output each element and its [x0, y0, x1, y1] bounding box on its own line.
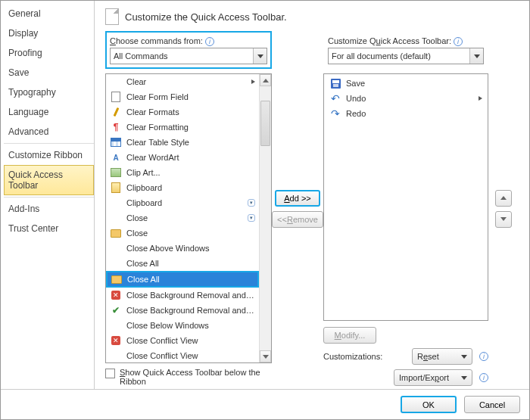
- choose-commands-dropdown[interactable]: All Commands: [110, 48, 267, 64]
- command-item[interactable]: Close Below Windows: [106, 318, 259, 333]
- choose-commands-group: Choose commands from: All Commands: [105, 31, 272, 69]
- command-item[interactable]: AClear WordArt: [106, 150, 259, 165]
- command-item[interactable]: ✕Close Conflict View: [106, 333, 259, 348]
- info-icon: [454, 37, 463, 46]
- customizations-label: Customizations:: [323, 352, 407, 361]
- command-item[interactable]: Clipboard▾: [106, 195, 259, 210]
- brush-icon: [110, 106, 122, 118]
- blank-icon: [110, 197, 122, 209]
- command-label: Close: [126, 229, 255, 238]
- blank-icon: [110, 257, 122, 269]
- command-item[interactable]: Clipboard: [106, 180, 259, 195]
- command-label: Clipboard: [126, 198, 243, 207]
- blank-icon: [110, 350, 122, 362]
- chevron-down-icon[interactable]: [469, 48, 483, 64]
- command-item[interactable]: Clear Formats: [106, 104, 259, 120]
- info-icon: [205, 37, 214, 46]
- document-icon: [110, 91, 122, 103]
- sidebar-item-language[interactable]: Language: [4, 102, 94, 122]
- category-sidebar: GeneralDisplayProofingSaveTypographyLang…: [1, 1, 95, 389]
- close-x-icon: ✕: [110, 334, 122, 347]
- chevron-down-icon[interactable]: [253, 48, 267, 64]
- page-title-icon: [105, 8, 119, 25]
- page-title: Customize the Quick Access Toolbar.: [125, 11, 287, 23]
- folder-icon: [110, 227, 122, 239]
- qat-item[interactable]: ↶Undo: [326, 91, 486, 106]
- separator: [4, 197, 94, 198]
- sidebar-item-typography[interactable]: Typography: [4, 82, 94, 102]
- command-label: Clear Form Field: [126, 92, 255, 101]
- sidebar-item-display[interactable]: Display: [4, 23, 94, 43]
- blank-icon: [110, 212, 122, 224]
- qat-item[interactable]: Save: [326, 76, 486, 91]
- ok-button[interactable]: OK: [401, 396, 457, 413]
- folder-icon: [111, 273, 123, 285]
- remove-button[interactable]: << Remove: [272, 211, 323, 228]
- show-below-ribbon-label: Show Quick Access Toolbar below the Ribb…: [120, 368, 272, 386]
- scroll-up[interactable]: [260, 74, 271, 86]
- table-icon: [110, 136, 122, 148]
- sidebar-item-trust-center[interactable]: Trust Center: [4, 219, 94, 238]
- commands-listbox[interactable]: ClearClear Form FieldClear Formats¶Clear…: [105, 73, 272, 363]
- command-label: Clear WordArt: [126, 153, 255, 162]
- blank-icon: [110, 319, 122, 331]
- command-label: Close All: [127, 275, 254, 284]
- command-item[interactable]: ✔Close Background Removal and K...: [106, 303, 259, 318]
- qat-listbox[interactable]: Save↶Undo↷Redo: [323, 73, 488, 321]
- options-dialog: GeneralDisplayProofingSaveTypographyLang…: [0, 0, 530, 420]
- checkmark-icon: ✔: [110, 304, 122, 316]
- reset-button[interactable]: Reset: [412, 348, 472, 365]
- command-item[interactable]: Close All: [106, 271, 259, 288]
- sidebar-item-add-ins[interactable]: Add-Ins: [4, 199, 94, 219]
- cancel-button[interactable]: Cancel: [464, 396, 520, 413]
- command-item[interactable]: Close All: [106, 256, 259, 271]
- command-item[interactable]: Clip Art...: [106, 165, 259, 180]
- sidebar-item-proofing[interactable]: Proofing: [4, 43, 94, 63]
- sidebar-item-save[interactable]: Save: [4, 63, 94, 82]
- command-item[interactable]: Close▾: [106, 210, 259, 226]
- sidebar-item-advanced[interactable]: Advanced: [4, 122, 94, 142]
- main-panel: Customize the Quick Access Toolbar. Choo…: [95, 1, 529, 389]
- move-down-button[interactable]: [495, 211, 512, 228]
- qat-item-label: Save: [346, 79, 482, 88]
- command-item[interactable]: ¶Clear Formatting: [106, 120, 259, 135]
- command-label: Close Above Windows: [126, 244, 255, 253]
- picture-icon: [110, 166, 122, 179]
- add-button[interactable]: Add >>: [275, 190, 320, 207]
- submenu-indicator-icon: [251, 79, 255, 84]
- scrollbar[interactable]: [259, 74, 271, 362]
- command-item[interactable]: Close Conflict View: [106, 348, 259, 362]
- command-item[interactable]: Clear: [106, 74, 259, 89]
- submenu-indicator-icon: [479, 96, 482, 101]
- qat-item[interactable]: ↷Redo: [326, 106, 486, 121]
- customize-qat-label: Customize Quick Access Toolbar:: [328, 36, 484, 46]
- info-icon: [479, 352, 488, 361]
- move-up-button[interactable]: [495, 190, 512, 207]
- scroll-down[interactable]: [260, 350, 271, 362]
- clipboard-icon: [110, 182, 122, 194]
- command-label: Clip Art...: [126, 168, 255, 177]
- sidebar-item-quick-access-toolbar[interactable]: Quick Access Toolbar: [4, 165, 94, 195]
- command-label: Close Conflict View: [126, 336, 255, 345]
- save-icon: [329, 77, 341, 89]
- import-export-button[interactable]: Import/Export: [394, 369, 472, 386]
- customize-qat-dropdown[interactable]: For all documents (default): [328, 48, 484, 64]
- pilcrow-icon: ¶: [110, 121, 122, 133]
- redo-icon: ↷: [329, 107, 341, 120]
- scroll-thumb[interactable]: [260, 101, 270, 146]
- command-label: Clear Formats: [126, 107, 255, 117]
- show-below-ribbon-checkbox[interactable]: [105, 369, 115, 378]
- command-label: Close Background Removal and D...: [126, 291, 255, 300]
- sidebar-item-general[interactable]: General: [4, 4, 94, 23]
- command-item[interactable]: Close Above Windows: [106, 241, 259, 256]
- command-item[interactable]: Clear Form Field: [106, 89, 259, 104]
- command-item[interactable]: ✕Close Background Removal and D...: [106, 288, 259, 303]
- command-label: Clear: [126, 77, 247, 86]
- submenu-indicator-icon: ▾: [248, 199, 255, 207]
- blank-icon: [110, 76, 122, 88]
- sidebar-item-customize-ribbon[interactable]: Customize Ribbon: [4, 145, 94, 165]
- command-item[interactable]: Clear Table Style: [106, 135, 259, 150]
- blank-icon: [110, 242, 122, 254]
- modify-button[interactable]: Modify...: [323, 327, 376, 344]
- command-item[interactable]: Close: [106, 226, 259, 241]
